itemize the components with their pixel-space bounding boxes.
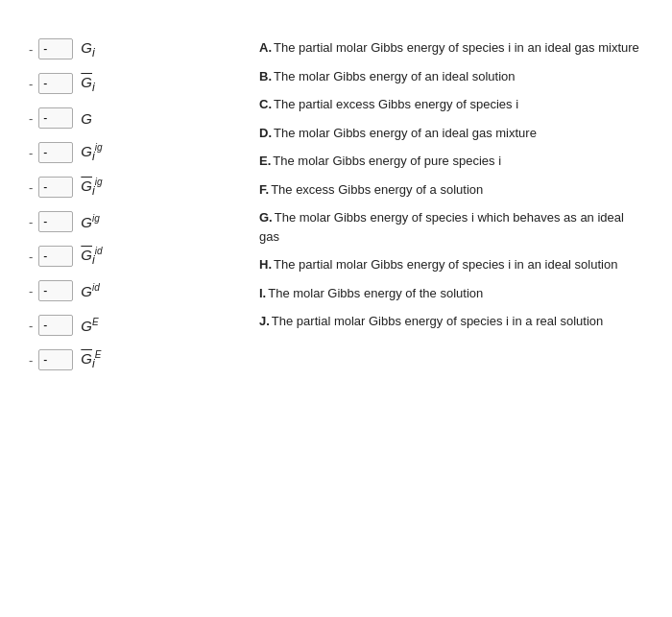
notation-symbol-6: Gig — [81, 213, 119, 230]
description-item-4: D.The molar Gibbs energy of an ideal gas… — [259, 124, 643, 143]
answer-dropdown-7[interactable]: -ABCDEFGHIJ — [38, 246, 73, 267]
desc-label: B. — [259, 69, 272, 83]
dash-icon: - — [29, 353, 33, 368]
notation-symbol-5: Giig — [81, 177, 119, 198]
desc-label: D. — [259, 126, 272, 140]
desc-text: The partial molar Gibbs energy of specie… — [272, 314, 603, 328]
notation-row-10: --ABCDEFGHIJGiE — [29, 349, 240, 370]
notation-symbol-4: Giig — [81, 142, 119, 163]
desc-text: The molar Gibbs energy of pure species i — [273, 154, 501, 168]
notation-symbol-3: G — [81, 110, 119, 127]
notation-symbol-10: GiE — [81, 349, 119, 370]
dash-icon: - — [29, 77, 33, 91]
notation-row-6: --ABCDEFGHIJGig — [29, 211, 240, 232]
notation-row-2: --ABCDEFGHIJGi — [29, 73, 240, 94]
dash-icon: - — [29, 249, 33, 264]
dash-icon: - — [29, 284, 33, 298]
dash-icon: - — [29, 215, 33, 229]
notation-row-4: --ABCDEFGHIJGiig — [29, 142, 240, 163]
description-item-3: C.The partial excess Gibbs energy of spe… — [259, 95, 643, 114]
left-column: --ABCDEFGHIJGi--ABCDEFGHIJGi--ABCDEFGHIJ… — [29, 38, 240, 384]
description-item-6: F.The excess Gibbs energy of a solution — [259, 180, 643, 200]
answer-dropdown-9[interactable]: -ABCDEFGHIJ — [38, 315, 73, 336]
notation-symbol-8: Gid — [81, 282, 119, 299]
notation-row-1: --ABCDEFGHIJGi — [29, 38, 240, 59]
description-item-7: G.The molar Gibbs energy of species i wh… — [259, 208, 643, 246]
desc-label: H. — [259, 257, 272, 272]
desc-label: C. — [259, 97, 272, 111]
answer-dropdown-5[interactable]: -ABCDEFGHIJ — [38, 177, 73, 198]
desc-label: A. — [259, 40, 272, 55]
answer-dropdown-1[interactable]: -ABCDEFGHIJ — [38, 38, 73, 59]
desc-text: The molar Gibbs energy of species i whic… — [259, 210, 624, 244]
notation-row-3: --ABCDEFGHIJG — [29, 107, 240, 129]
desc-text: The molar Gibbs energy of an ideal gas m… — [274, 126, 537, 140]
desc-text: The molar Gibbs energy of an ideal solut… — [274, 69, 515, 83]
description-item-5: E.The molar Gibbs energy of pure species… — [259, 152, 643, 171]
desc-label: I. — [259, 286, 266, 300]
desc-label: G. — [259, 210, 273, 225]
desc-text: The partial molar Gibbs energy of specie… — [274, 40, 639, 55]
answer-dropdown-8[interactable]: -ABCDEFGHIJ — [38, 280, 73, 301]
dash-icon: - — [29, 180, 33, 195]
answer-dropdown-10[interactable]: -ABCDEFGHIJ — [38, 349, 73, 370]
description-item-10: J.The partial molar Gibbs energy of spec… — [259, 312, 643, 331]
answer-dropdown-6[interactable]: -ABCDEFGHIJ — [38, 211, 73, 232]
desc-label: F. — [259, 182, 269, 197]
answer-dropdown-3[interactable]: -ABCDEFGHIJ — [38, 107, 73, 129]
answer-dropdown-2[interactable]: -ABCDEFGHIJ — [38, 73, 73, 94]
dash-icon: - — [29, 319, 33, 333]
desc-text: The partial excess Gibbs energy of speci… — [274, 97, 518, 111]
description-item-2: B.The molar Gibbs energy of an ideal sol… — [259, 67, 643, 86]
description-item-1: A.The partial molar Gibbs energy of spec… — [259, 38, 643, 58]
notation-row-7: --ABCDEFGHIJGiid — [29, 246, 240, 267]
right-column: A.The partial molar Gibbs energy of spec… — [259, 38, 643, 384]
desc-label: E. — [259, 154, 271, 168]
notation-symbol-1: Gi — [81, 39, 119, 59]
notation-row-5: --ABCDEFGHIJGiig — [29, 177, 240, 198]
desc-text: The molar Gibbs energy of the solution — [268, 286, 483, 300]
notation-symbol-9: GE — [81, 317, 119, 334]
description-item-9: I.The molar Gibbs energy of the solution — [259, 284, 643, 303]
dash-icon: - — [29, 146, 33, 160]
notation-symbol-2: Gi — [81, 74, 119, 94]
notation-row-8: --ABCDEFGHIJGid — [29, 280, 240, 301]
desc-label: J. — [259, 314, 270, 328]
description-item-8: H.The partial molar Gibbs energy of spec… — [259, 255, 643, 274]
notation-symbol-7: Giid — [81, 246, 119, 267]
dash-icon: - — [29, 111, 33, 126]
notation-row-9: --ABCDEFGHIJGE — [29, 315, 240, 336]
desc-text: The partial molar Gibbs energy of specie… — [274, 257, 617, 272]
desc-text: The excess Gibbs energy of a solution — [271, 182, 483, 197]
answer-dropdown-4[interactable]: -ABCDEFGHIJ — [38, 142, 73, 163]
dash-icon: - — [29, 42, 33, 57]
